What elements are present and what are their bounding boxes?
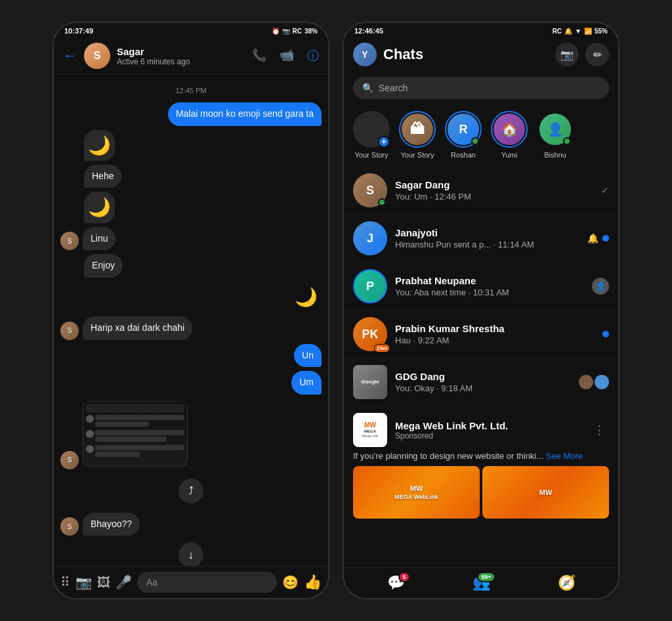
sponsored-text: If you're planning to design new website… <box>353 451 609 461</box>
story-avatar: 🏠 <box>494 114 525 145</box>
chat-avatar: S <box>353 173 387 207</box>
delivered-icon: ✓ <box>601 185 609 196</box>
voice-call-icon[interactable]: 📞 <box>252 48 266 64</box>
discover-nav-icon: 🧭 <box>558 574 576 591</box>
story-ring: 👤 <box>537 111 574 148</box>
message-row: 🌙 <box>60 192 322 223</box>
chat-info: GDG Dang You: Okay · 9:18 AM <box>395 371 571 393</box>
reaction-avatars <box>579 375 609 389</box>
video-call-icon[interactable]: 📹 <box>280 48 294 64</box>
chat-header: ← S Sagar Active 6 minutes ago 📞 📹 ⓘ <box>54 37 328 75</box>
reaction-icon: 👤 <box>592 278 609 295</box>
info-icon[interactable]: ⓘ <box>307 48 319 64</box>
chat-list-item[interactable]: Google GDG Dang You: Okay · 9:18 AM <box>344 358 618 406</box>
story-ring: 🏔 <box>399 111 436 148</box>
chat-preview: You: Okay · 9:18 AM <box>395 383 571 393</box>
camera-btn[interactable]: 📷 <box>75 574 92 590</box>
battery: 38% <box>304 28 318 35</box>
chat-meta: 👤 <box>592 278 609 295</box>
incoming-bubble: Linu <box>83 227 116 251</box>
mic-btn[interactable]: 🎤 <box>116 574 132 590</box>
chat-preview: You: Um · 12:46 PM <box>395 192 593 202</box>
incoming-bubble: Bhayoo?? <box>83 513 140 536</box>
add-story-item[interactable]: + Your Story <box>353 111 390 159</box>
search-bar: 🔍 Search <box>344 72 618 106</box>
nav-people[interactable]: 👥 99+ <box>472 574 490 591</box>
nav-chats[interactable]: 💬 5 <box>387 574 405 591</box>
sender-avatar: S <box>60 451 79 469</box>
chat-preview: Himanshu Pun sent a p... · 11:14 AM <box>395 240 579 249</box>
message-row: S <box>60 398 322 469</box>
like-button[interactable]: 👍 <box>304 574 322 591</box>
wifi-icon: ▼ <box>575 28 581 35</box>
emoji-message: 🌙 <box>84 192 115 223</box>
incoming-bubble: Harip xa dai dark chahi <box>83 316 192 340</box>
message-row: Un <box>60 344 322 368</box>
story-item[interactable]: 🏠 Yumi <box>491 111 528 159</box>
chat-meta: 🔔 <box>587 233 609 244</box>
story-label: Bishnu <box>544 151 566 159</box>
story-item[interactable]: 🏔 Your Story <box>399 111 436 159</box>
chats-header: Y Chats 📷 ✏ <box>344 37 618 72</box>
message-row: S Bhayoo?? <box>60 513 322 536</box>
right-status-bar: 12:46:45 RC 🔔 ▼ 📶 55% <box>344 23 618 37</box>
back-button[interactable]: ← <box>63 47 77 64</box>
nav-discover[interactable]: 🧭 <box>558 574 576 591</box>
badge: 25m <box>374 344 390 353</box>
chat-list-item[interactable]: PK 25m Prabin Kumar Shrestha Hau · 9:22 … <box>344 310 618 358</box>
ad-image-1: MWMEGA WebLink <box>353 466 480 519</box>
chat-preview: Hau · 9:22 AM <box>395 335 595 345</box>
signal-icon: 📶 <box>584 28 592 35</box>
chat-name: Janajyoti <box>395 227 579 238</box>
chat-info: Janajyoti Himanshu Pun sent a p... · 11:… <box>395 227 579 249</box>
add-circle-icon: + <box>378 136 390 148</box>
search-input[interactable]: 🔍 Search <box>353 77 609 99</box>
image-btn[interactable]: 🖼 <box>97 575 110 590</box>
message-row: Malai moon ko emoji send gara ta <box>60 102 322 126</box>
chat-name: GDG Dang <box>395 371 571 382</box>
chat-preview: You: Aba next time · 10:31 AM <box>395 288 584 297</box>
reaction-avatar-1 <box>579 375 593 389</box>
screenshot-preview <box>83 401 188 467</box>
chat-meta: ✓ <box>601 185 609 196</box>
message-row: Hehe <box>60 165 322 188</box>
sender-avatar: S <box>60 232 79 250</box>
see-more-link[interactable]: See More <box>546 451 583 461</box>
chat-name: Sagar Dang <box>395 179 593 190</box>
chat-list-item[interactable]: J Janajyoti Himanshu Pun sent a p... · 1… <box>344 215 618 263</box>
header-icons: 📷 ✏ <box>555 43 609 66</box>
grid-icon[interactable]: ⠿ <box>60 574 70 590</box>
chat-input-bar: ⠿ 📷 🖼 🎤 Aa 😊 👍 <box>54 566 328 598</box>
input-placeholder: Aa <box>146 577 158 588</box>
add-story-button[interactable]: + <box>353 111 390 148</box>
story-label: Yumi <box>501 151 517 159</box>
story-item[interactable]: 👤 Bishnu <box>537 111 574 159</box>
outgoing-bubble: Malai moon ko emoji send gara ta <box>168 102 322 126</box>
reaction-avatar-2 <box>595 375 609 389</box>
chats-title: Chats <box>383 46 549 63</box>
left-time: 10:37:49 <box>64 27 93 35</box>
message-row: 🌙 <box>60 282 322 312</box>
pencil-header-icon[interactable]: ✏ <box>585 43 609 66</box>
chat-list-item[interactable]: S Sagar Dang You: Um · 12:46 PM ✓ <box>344 167 618 215</box>
camera-icon: 📷 <box>282 28 290 35</box>
emoji-btn[interactable]: 😊 <box>282 574 299 590</box>
outgoing-bubble: Um <box>291 371 322 395</box>
more-options-icon[interactable]: ⋮ <box>589 421 609 439</box>
unread-indicator <box>602 235 609 242</box>
incoming-bubble: Hehe <box>84 165 121 188</box>
left-phone: 10:37:49 ⏰ 📷 RC 38% ← S Sagar Active 6 m… <box>52 22 329 599</box>
story-item[interactable]: R Roshan <box>445 111 482 159</box>
share-button[interactable]: ⤴ <box>178 479 203 503</box>
sender-avatar: S <box>60 517 79 536</box>
chat-avatar: PK 25m <box>353 317 387 351</box>
scroll-area: ↓ <box>60 542 322 566</box>
message-row: S Harip xa dai dark chahi <box>60 316 322 340</box>
ad-images: MWMEGA WebLink MW <box>353 466 609 519</box>
scroll-down-button[interactable]: ↓ <box>178 542 203 566</box>
chat-list-item[interactable]: P Prabhat Neupane You: Aba next time · 1… <box>344 263 618 310</box>
ad-image-2: MW <box>482 466 609 519</box>
message-input[interactable]: Aa <box>137 572 277 593</box>
camera-header-icon[interactable]: 📷 <box>555 43 579 66</box>
user-avatar[interactable]: Y <box>353 43 377 66</box>
